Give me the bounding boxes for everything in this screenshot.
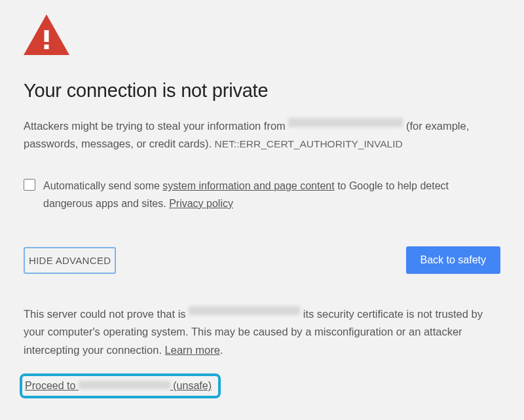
proceed-highlight-box: Proceed to (unsafe) bbox=[20, 373, 221, 398]
proceed-prefix: Proceed to bbox=[25, 380, 79, 391]
checkbox-text-before: Automatically send some bbox=[43, 180, 162, 191]
reporting-checkbox[interactable] bbox=[24, 179, 35, 191]
advanced-text-before: This server could not prove that is bbox=[24, 308, 189, 320]
warning-triangle-icon bbox=[24, 14, 500, 55]
button-row: HIDE ADVANCED Back to safety bbox=[24, 246, 500, 274]
redacted-domain-advanced bbox=[189, 306, 300, 315]
advanced-period: . bbox=[220, 344, 223, 356]
system-info-link[interactable]: system information and page content bbox=[162, 180, 334, 191]
warning-description: Attackers might be trying to steal your … bbox=[24, 117, 500, 153]
proceed-suffix: (unsafe) bbox=[170, 380, 212, 391]
privacy-policy-link[interactable]: Privacy policy bbox=[169, 198, 233, 209]
advanced-explanation: This server could not prove that is its … bbox=[24, 305, 500, 359]
back-to-safety-button[interactable]: Back to safety bbox=[406, 246, 501, 274]
reporting-checkbox-row: Automatically send some system informati… bbox=[24, 178, 500, 212]
description-prefix: Attackers might be trying to steal your … bbox=[24, 120, 288, 132]
reporting-label: Automatically send some system informati… bbox=[43, 178, 500, 212]
svg-rect-2 bbox=[45, 45, 49, 49]
proceed-link[interactable]: Proceed to (unsafe) bbox=[25, 380, 212, 391]
redacted-domain bbox=[288, 118, 403, 127]
svg-rect-1 bbox=[45, 30, 49, 42]
error-code: NET::ERR_CERT_AUTHORITY_INVALID bbox=[215, 138, 403, 149]
learn-more-link[interactable]: Learn more bbox=[165, 344, 220, 356]
hide-advanced-button[interactable]: HIDE ADVANCED bbox=[24, 247, 116, 274]
page-title: Your connection is not private bbox=[24, 80, 500, 102]
redacted-domain-proceed bbox=[79, 381, 170, 389]
